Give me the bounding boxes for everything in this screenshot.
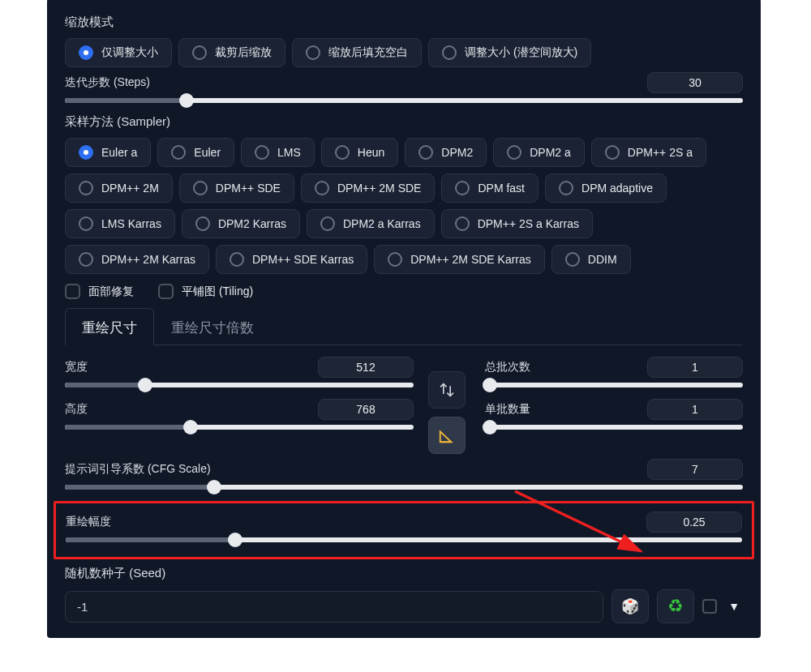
sampler-opt[interactable]: DPM++ SDE Karras bbox=[216, 245, 367, 274]
sampler-opt[interactable]: DPM2 Karras bbox=[182, 209, 300, 238]
sampler-opt-label: DPM++ 2S a bbox=[628, 146, 693, 159]
batch-count-row: 总批次数 1 bbox=[485, 357, 743, 387]
radio-dot-icon bbox=[79, 145, 93, 160]
sampler-opt[interactable]: Euler a bbox=[65, 138, 151, 167]
sampler-opt[interactable]: DPM++ 2S a bbox=[591, 138, 706, 167]
sampler-opt-label: DPM adaptive bbox=[581, 182, 653, 195]
sampler-opt-label: LMS Karras bbox=[101, 217, 161, 230]
tab-resize-abs[interactable]: 重绘尺寸 bbox=[65, 308, 154, 345]
sampler-opt-label: DPM++ SDE bbox=[216, 182, 281, 195]
ruler-icon bbox=[438, 426, 456, 444]
radio-dot-icon bbox=[195, 216, 210, 231]
batch-count-slider[interactable] bbox=[485, 383, 743, 387]
sampler-opt[interactable]: LMS Karras bbox=[65, 209, 175, 238]
batch-size-row: 单批数量 1 bbox=[485, 399, 743, 430]
sampler-opt[interactable]: DPM++ 2S a Karras bbox=[441, 209, 593, 238]
sampler-opt[interactable]: DPM++ 2M SDE Karras bbox=[374, 245, 545, 274]
steps-value[interactable]: 30 bbox=[647, 72, 743, 93]
radio-dot-icon bbox=[442, 45, 457, 60]
radio-dot-icon bbox=[79, 216, 93, 231]
swap-icon bbox=[439, 382, 455, 398]
face-restore-label: 面部修复 bbox=[88, 285, 134, 299]
resize-opt-label: 调整大小 (潜空间放大) bbox=[465, 45, 577, 60]
sampler-opt-label: DPM2 Karras bbox=[218, 217, 286, 230]
sampler-opt-label: LMS bbox=[277, 146, 301, 159]
height-slider[interactable] bbox=[65, 425, 414, 430]
width-value[interactable]: 512 bbox=[318, 357, 414, 378]
sampler-opt[interactable]: DPM2 a Karras bbox=[307, 209, 435, 238]
height-label: 高度 bbox=[65, 402, 88, 417]
tiling-checkbox[interactable]: 平铺图 (Tiling) bbox=[158, 284, 253, 299]
resize-mode-label: 缩放模式 bbox=[65, 15, 743, 30]
radio-dot-icon bbox=[320, 216, 335, 231]
sampler-label: 采样方法 (Sampler) bbox=[65, 114, 743, 130]
sampler-opt[interactable]: LMS bbox=[241, 138, 315, 167]
radio-dot-icon bbox=[306, 45, 320, 60]
denoise-slider[interactable] bbox=[66, 537, 742, 542]
radio-dot-icon bbox=[192, 45, 207, 60]
sampler-opt-label: DPM++ 2S a Karras bbox=[478, 217, 579, 230]
sampler-opt-label: DPM2 bbox=[441, 146, 473, 159]
sampler-opt-label: DPM++ SDE Karras bbox=[252, 253, 354, 266]
reuse-seed-button[interactable]: ♻ bbox=[657, 589, 694, 623]
swap-dimensions-button[interactable] bbox=[428, 371, 466, 409]
denoise-label: 重绘幅度 bbox=[66, 515, 111, 529]
cfg-row: 提示词引导系数 (CFG Scale) 7 bbox=[65, 459, 743, 490]
sampler-opt[interactable]: DPM2 bbox=[405, 138, 487, 167]
sampler-opt[interactable]: Heun bbox=[321, 138, 398, 167]
width-slider[interactable] bbox=[65, 383, 414, 387]
tab-resize-mult[interactable]: 重绘尺寸倍数 bbox=[154, 308, 271, 345]
face-restore-checkbox[interactable]: 面部修复 bbox=[65, 284, 134, 299]
radio-dot-icon bbox=[255, 145, 269, 160]
resize-tabs: 重绘尺寸 重绘尺寸倍数 bbox=[65, 307, 743, 345]
cfg-slider[interactable] bbox=[65, 485, 743, 490]
radio-dot-icon bbox=[315, 181, 329, 195]
seed-extras-checkbox[interactable] bbox=[702, 599, 717, 614]
radio-dot-icon bbox=[335, 145, 350, 160]
batch-size-slider[interactable] bbox=[485, 425, 743, 430]
resize-opt-fill[interactable]: 缩放后填充空白 bbox=[292, 38, 422, 67]
height-value[interactable]: 768 bbox=[318, 399, 414, 420]
batch-count-label: 总批次数 bbox=[485, 360, 530, 375]
sampler-opt[interactable]: DPM++ 2M Karras bbox=[65, 245, 209, 274]
sampler-opt[interactable]: DDIM bbox=[551, 245, 631, 274]
resize-opt-just-resize[interactable]: 仅调整大小 bbox=[65, 38, 172, 67]
resize-opt-latent[interactable]: 调整大小 (潜空间放大) bbox=[428, 38, 591, 67]
sampler-opt[interactable]: DPM++ 2M SDE bbox=[301, 173, 435, 203]
radio-dot-icon bbox=[79, 181, 93, 195]
cfg-value[interactable]: 7 bbox=[647, 459, 743, 480]
sampler-group: Euler aEulerLMSHeunDPM2DPM2 aDPM++ 2S aD… bbox=[65, 138, 743, 274]
sampler-opt[interactable]: DPM2 a bbox=[493, 138, 585, 167]
checkbox-row: 面部修复 平铺图 (Tiling) bbox=[65, 284, 743, 299]
batch-size-value[interactable]: 1 bbox=[647, 399, 743, 420]
resize-mode-group: 仅调整大小 裁剪后缩放 缩放后填充空白 调整大小 (潜空间放大) bbox=[65, 38, 743, 67]
sampler-opt[interactable]: DPM++ SDE bbox=[179, 173, 294, 203]
height-row: 高度 768 bbox=[65, 399, 414, 430]
sampler-opt[interactable]: Euler bbox=[157, 138, 234, 167]
ruler-button[interactable] bbox=[428, 417, 466, 454]
seed-label: 随机数种子 (Seed) bbox=[65, 566, 743, 581]
resize-opt-label: 裁剪后缩放 bbox=[215, 45, 272, 60]
width-label: 宽度 bbox=[65, 360, 88, 375]
radio-dot-icon bbox=[388, 252, 402, 267]
sampler-opt-label: DPM++ 2M bbox=[101, 182, 159, 195]
sampler-opt-label: Euler a bbox=[101, 146, 137, 159]
checkbox-icon bbox=[65, 284, 80, 299]
randomize-seed-button[interactable]: 🎲 bbox=[611, 589, 649, 623]
resize-opt-crop[interactable]: 裁剪后缩放 bbox=[178, 38, 285, 67]
radio-dot-icon bbox=[507, 145, 521, 160]
batch-count-value[interactable]: 1 bbox=[647, 357, 743, 378]
sampler-opt[interactable]: DPM fast bbox=[441, 173, 539, 203]
cfg-label: 提示词引导系数 (CFG Scale) bbox=[65, 462, 211, 477]
sampler-opt[interactable]: DPM++ 2M bbox=[65, 173, 173, 203]
seed-row: 🎲 ♻ ▼ bbox=[65, 589, 743, 623]
sampler-opt-label: Euler bbox=[194, 146, 221, 159]
chevron-down-icon[interactable]: ▼ bbox=[725, 600, 743, 613]
seed-input[interactable] bbox=[65, 591, 603, 623]
denoise-value[interactable]: 0.25 bbox=[646, 511, 742, 533]
steps-slider[interactable] bbox=[65, 98, 743, 103]
resize-opt-label: 缩放后填充空白 bbox=[328, 45, 408, 60]
checkbox-icon bbox=[158, 284, 174, 299]
sampler-opt[interactable]: DPM adaptive bbox=[545, 173, 667, 203]
settings-panel: 缩放模式 仅调整大小 裁剪后缩放 缩放后填充空白 调整大小 (潜空间放大) 迭代… bbox=[47, 0, 761, 638]
